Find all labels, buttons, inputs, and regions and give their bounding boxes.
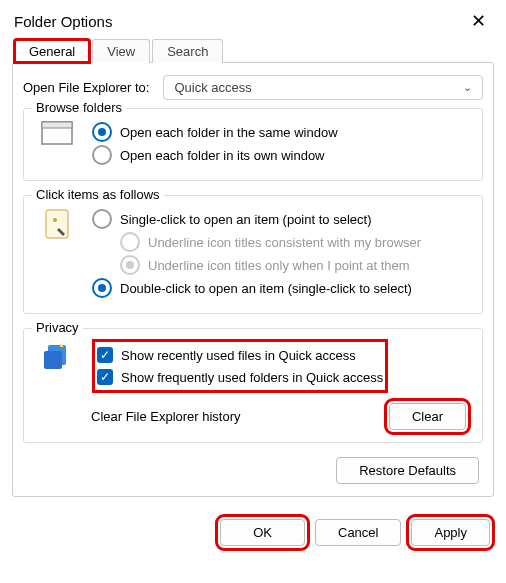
clear-history-label: Clear File Explorer history <box>91 409 241 424</box>
click-items-title: Click items as follows <box>32 187 164 202</box>
browse-folders-icon <box>36 121 80 153</box>
close-icon[interactable]: ✕ <box>465 10 492 32</box>
checkmark-icon: ✓ <box>97 347 113 363</box>
tab-search[interactable]: Search <box>152 39 223 63</box>
svg-point-3 <box>53 218 57 222</box>
open-explorer-label: Open File Explorer to: <box>23 80 149 95</box>
restore-defaults-button[interactable]: Restore Defaults <box>336 457 479 484</box>
open-explorer-value: Quick access <box>174 80 251 95</box>
radio-underline-point: Underline icon titles only when I point … <box>120 255 470 275</box>
click-items-icon <box>36 208 80 244</box>
ok-button[interactable]: OK <box>220 519 305 546</box>
check-frequent-folders[interactable]: ✓ Show frequently used folders in Quick … <box>97 369 383 385</box>
apply-button[interactable]: Apply <box>411 519 490 546</box>
tab-general[interactable]: General <box>14 39 90 63</box>
radio-same-window[interactable]: Open each folder in the same window <box>92 122 470 142</box>
svg-rect-1 <box>42 122 72 128</box>
privacy-icon <box>36 341 80 373</box>
chevron-down-icon: ⌄ <box>463 81 472 94</box>
privacy-title: Privacy <box>32 320 83 335</box>
window-title: Folder Options <box>14 13 112 30</box>
radio-own-window[interactable]: Open each folder in its own window <box>92 145 470 165</box>
radio-underline-browser: Underline icon titles consistent with my… <box>120 232 470 252</box>
check-recent-files[interactable]: ✓ Show recently used files in Quick acce… <box>97 347 383 363</box>
svg-rect-5 <box>44 351 62 369</box>
radio-single-click[interactable]: Single-click to open an item (point to s… <box>92 209 470 229</box>
radio-double-click[interactable]: Double-click to open an item (single-cli… <box>92 278 470 298</box>
browse-folders-title: Browse folders <box>32 100 126 115</box>
checkmark-icon: ✓ <box>97 369 113 385</box>
tab-view[interactable]: View <box>92 39 150 63</box>
open-explorer-select[interactable]: Quick access ⌄ <box>163 75 483 100</box>
cancel-button[interactable]: Cancel <box>315 519 401 546</box>
clear-button[interactable]: Clear <box>389 403 466 430</box>
